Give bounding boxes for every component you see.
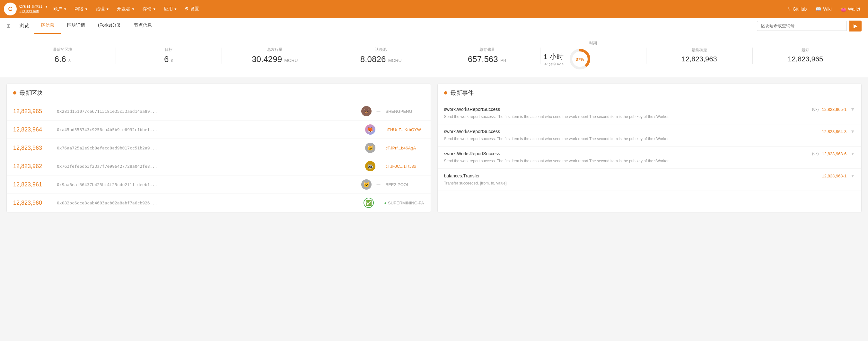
event-description: Send the work report success. The first … [444, 136, 855, 142]
panel-dot-icon [13, 91, 17, 94]
list-item: balances.Transfer 12,823,963-1 ▼ Transfe… [438, 169, 862, 191]
chevron-down-icon[interactable]: ▼ [850, 129, 855, 134]
nav-account[interactable]: 账户 ▼ [50, 3, 70, 15]
book-icon: 📖 [816, 6, 821, 11]
nav-right-links: ⑂ GitHub 📖 Wiki 👛 Wallet [784, 3, 864, 15]
validator-link[interactable]: cTHUeZ...KrbQYW [386, 127, 421, 132]
tab-block-detail[interactable]: 区块详情 [61, 18, 92, 34]
block-number: #12,823,965 [19, 9, 48, 14]
event-header: swork.WorksReportSuccess (6x) 12,823,965… [444, 107, 855, 112]
tab-chain-info[interactable]: 链信息 [34, 18, 61, 34]
github-link[interactable]: ⑂ GitHub [784, 3, 811, 15]
wallet-icon: 👛 [841, 6, 846, 11]
tab-forks[interactable]: (Forks)分叉 [92, 18, 127, 34]
avatar: ✅ [364, 198, 374, 208]
tab-browse[interactable]: 浏览 [14, 18, 34, 34]
validator-name: ●SUPERMINING-PA [384, 201, 424, 205]
validator-info: cTHUeZ...KrbQYW [386, 127, 424, 132]
chevron-down-icon[interactable]: ▼ [850, 173, 855, 178]
grid-icon[interactable]: ⊞ [6, 23, 10, 29]
validator-link[interactable]: cTJPrf...b46AgA [386, 146, 416, 150]
nav-settings[interactable]: ⚙ 设置 [181, 3, 202, 15]
event-header: swork.WorksReportSuccess 12,823,964-3 ▼ [444, 129, 855, 134]
stat-finalized: 最终确定 12,823,963 [650, 48, 749, 63]
event-ref-link[interactable]: 12,823,963-6 [822, 151, 847, 156]
chevron-down-icon: ▼ [174, 7, 177, 11]
search-input[interactable] [757, 21, 847, 31]
nav-apps[interactable]: 应用 ▼ [161, 3, 181, 15]
stat-last-block: 最后的区块 6.6 s [13, 47, 113, 64]
validator-info: ●SUPERMINING-PA [384, 201, 424, 205]
validator-info: BEE2-POOL [386, 182, 424, 187]
stat-total-storage: 总存储量 657.563 PB [437, 47, 537, 64]
table-row: 12,823,964 0xa45ad553743c9256ca4b5b9fe69… [7, 120, 431, 139]
avatar: 🦊 [365, 124, 375, 135]
events-panel: 最新事件 swork.WorksReportSuccess (6x) 12,82… [437, 84, 862, 212]
block-hash: 0xa45ad553743c9256ca4b5b9fe6932c1bbef... [57, 127, 360, 132]
nav-governance[interactable]: 治理 ▼ [92, 3, 113, 15]
panel-dot-icon [444, 91, 447, 94]
block-number-link[interactable]: 12,823,962 [13, 163, 52, 170]
stat-best: 最好 12,823,965 [756, 48, 856, 63]
main-content: 最新区块 12,823,965 0x281d151077ce67113181e3… [0, 77, 868, 219]
chevron-down-icon: ▼ [106, 7, 109, 11]
block-number-link[interactable]: 12,823,963 [13, 145, 52, 151]
donut-percent: 37% [576, 57, 584, 62]
block-number-link[interactable]: 12,823,964 [13, 126, 52, 133]
nav-storage[interactable]: 存储 ▼ [140, 3, 159, 15]
chevron-down-icon: ▼ [153, 7, 156, 11]
wiki-link[interactable]: 📖 Wiki [812, 4, 835, 14]
list-item: swork.WorksReportSuccess (6x) 12,823,963… [438, 147, 862, 169]
search-area: ▶ [757, 21, 862, 31]
validator-link[interactable]: cTJFJC...1TtJ3o [386, 164, 416, 169]
period-donut: 37% [569, 48, 591, 70]
logo-area[interactable]: C Crust 版本21 ▼ #12,823,965 [4, 3, 49, 16]
validator-name: BEE2-POOL [386, 182, 409, 187]
chevron-down-icon[interactable]: ▼ [850, 107, 855, 112]
event-ref-link[interactable]: 12,823,963-1 [822, 174, 847, 178]
event-ref-link[interactable]: 12,823,964-3 [822, 129, 847, 134]
avatar: 🐱 [365, 143, 375, 153]
avatar: 🐻 [361, 106, 372, 116]
list-item: swork.WorksReportSuccess 12,823,964-3 ▼ … [438, 124, 862, 147]
validator-info: cTJPrf...b46AgA [386, 146, 424, 150]
event-name: balances.Transfer [444, 173, 480, 178]
block-hash: 0x76aa725a2e9cb8efacd8ad9b017cc51b2a9... [57, 146, 360, 150]
event-name: swork.WorksReportSuccess [444, 129, 500, 134]
event-ref-link[interactable]: 12,823,965-1 [822, 107, 847, 112]
event-name: swork.WorksReportSuccess [444, 107, 500, 112]
avatar: 🐱 [361, 179, 372, 190]
block-number-link[interactable]: 12,823,960 [13, 200, 52, 206]
logo-text: Crust 版本21 ▼ #12,823,965 [19, 3, 48, 15]
wallet-link[interactable]: 👛 Wallet [837, 4, 864, 14]
stat-target: 目标 6 s [119, 47, 219, 64]
stat-period: 时期 1 小时 37 分钟 42 s 37% [544, 40, 643, 70]
block-hash: 0x082bc6cce8cab4603acb02a8abf7a6cb926... [57, 201, 359, 205]
events-list: swork.WorksReportSuccess (6x) 12,823,965… [438, 102, 862, 191]
blocks-panel-header: 最新区块 [7, 84, 431, 102]
block-number-link[interactable]: 12,823,965 [13, 108, 52, 115]
stat-claim-pool: 认领池 8.0826 MCRU [332, 47, 431, 64]
tab-node-info[interactable]: 节点信息 [127, 18, 158, 34]
chevron-down-icon: ▼ [85, 7, 88, 11]
chevron-down-icon: ▼ [132, 7, 135, 11]
search-button[interactable]: ▶ [849, 21, 862, 31]
nav-developer[interactable]: 开发者 ▼ [114, 3, 138, 15]
table-row: 12,823,960 0x082bc6cce8cab4603acb02a8abf… [7, 194, 431, 212]
nav-network[interactable]: 网络 ▼ [71, 3, 91, 15]
list-item: swork.WorksReportSuccess (6x) 12,823,965… [438, 102, 862, 124]
event-header: balances.Transfer 12,823,963-1 ▼ [444, 173, 855, 178]
table-row: 12,823,961 0x9aa6eaf56437b425bf4f25cde2f… [7, 175, 431, 194]
event-header: swork.WorksReportSuccess (6x) 12,823,963… [444, 151, 855, 156]
table-row: 12,823,962 0x763fefe6db3f23a7f7e99642772… [7, 157, 431, 175]
github-icon: ⑂ [788, 6, 791, 12]
chevron-down-icon[interactable]: ▼ [850, 151, 855, 156]
tabs-bar: ⊞ 浏览 链信息 区块详情 (Forks)分叉 节点信息 ▶ [0, 18, 868, 34]
events-panel-header: 最新事件 [438, 84, 862, 102]
avatar: 🦝 [365, 161, 375, 171]
event-count: (6x) [812, 151, 819, 156]
table-row: 12,823,963 0x76aa725a2e9cb8efacd8ad9b017… [7, 139, 431, 157]
blocks-list: 12,823,965 0x281d151077ce67113181e35c33a… [7, 102, 431, 212]
block-number-link[interactable]: 12,823,961 [13, 181, 52, 188]
chevron-down-icon: ▼ [64, 7, 67, 11]
